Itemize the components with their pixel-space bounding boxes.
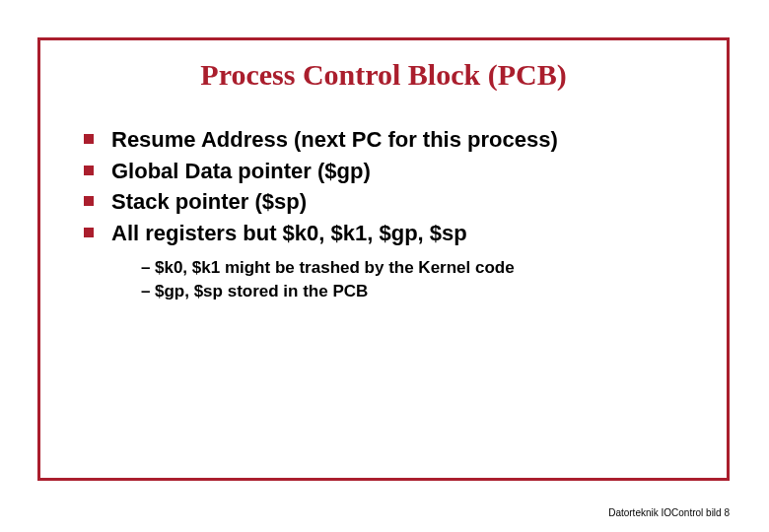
sub-bullet-list: –$k0, $k1 might be trashed by the Kernel…	[64, 256, 703, 303]
slide-title: Process Control Block (PCB)	[64, 58, 703, 92]
bullet-text: Stack pointer ($sp)	[111, 189, 307, 214]
list-item: Stack pointer ($sp)	[111, 187, 703, 217]
bullet-text: Resume Address (next PC for this process…	[111, 127, 558, 152]
list-item: Resume Address (next PC for this process…	[111, 125, 703, 155]
dash-icon: –	[141, 280, 155, 303]
list-item: –$gp, $sp stored in the PCB	[141, 280, 703, 303]
slide-frame: Process Control Block (PCB) Resume Addre…	[37, 37, 730, 481]
bullet-text: All registers but $k0, $k1, $gp, $sp	[111, 221, 467, 245]
dash-icon: –	[141, 256, 155, 280]
list-item: All registers but $k0, $k1, $gp, $sp	[111, 219, 703, 248]
list-item: –$k0, $k1 might be trashed by the Kernel…	[141, 256, 703, 280]
list-item: Global Data pointer ($gp)	[111, 157, 703, 186]
bullet-text: Global Data pointer ($gp)	[111, 159, 371, 183]
sub-bullet-text: $k0, $k1 might be trashed by the Kernel …	[155, 258, 515, 277]
footer-text: Datorteknik IOControl bild 8	[608, 507, 730, 518]
sub-bullet-text: $gp, $sp stored in the PCB	[155, 282, 368, 300]
bullet-list: Resume Address (next PC for this process…	[64, 125, 703, 248]
